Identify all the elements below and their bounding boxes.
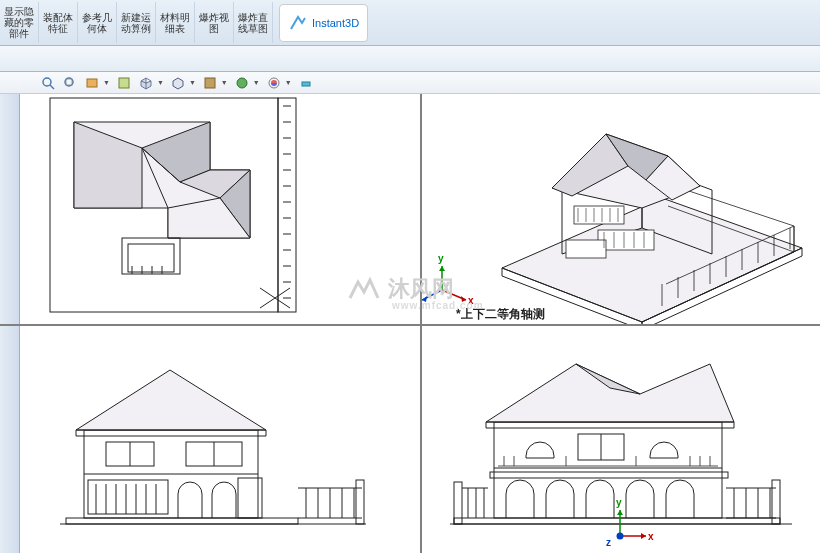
svg-marker-107 [486, 364, 734, 422]
svg-rect-4 [87, 79, 97, 87]
svg-rect-3 [66, 79, 72, 85]
btn-exploded-view[interactable]: 爆炸视 图 [195, 2, 234, 43]
dropdown-arrow-icon[interactable]: ▼ [285, 79, 292, 86]
svg-rect-120 [490, 472, 728, 478]
top-view-drawing [20, 94, 420, 324]
svg-marker-39 [502, 198, 802, 322]
svg-text:z: z [606, 537, 611, 548]
viewport-top[interactable] [20, 94, 420, 324]
svg-line-1 [50, 85, 54, 89]
svg-marker-131 [617, 510, 623, 515]
svg-rect-50 [566, 240, 606, 258]
svg-rect-127 [772, 480, 780, 524]
svg-text:x: x [468, 295, 474, 306]
heads-up-view-toolbar: ▼ ▼ ▼ ▼ ▼ ▼ [0, 72, 820, 94]
side-view-drawing [20, 326, 420, 553]
btn-instant3d[interactable]: Instant3D [279, 4, 368, 42]
btn-show-hidden-components[interactable]: 显示隐 藏的零 部件 [0, 2, 39, 43]
viewport-isometric[interactable]: x y z *上下二等角轴测 [422, 94, 820, 324]
display-style-icon[interactable] [170, 75, 186, 91]
viewport-front[interactable]: x y z [422, 326, 820, 553]
svg-rect-49 [598, 230, 654, 250]
dropdown-arrow-icon[interactable]: ▼ [103, 79, 110, 86]
svg-rect-9 [302, 82, 310, 86]
btn-bom[interactable]: 材料明 细表 [156, 2, 195, 43]
svg-rect-48 [574, 206, 624, 224]
svg-rect-80 [356, 480, 364, 524]
hide-show-icon[interactable] [202, 75, 218, 91]
btn-reference-geometry[interactable]: 参考几 何体 [78, 2, 117, 43]
svg-text:y: y [438, 253, 444, 264]
svg-rect-11 [278, 98, 296, 312]
btn-new-motion-study[interactable]: 新建运 动算例 [117, 2, 156, 43]
svg-marker-84 [76, 430, 266, 436]
svg-point-132 [617, 533, 624, 540]
graphics-area: x y z *上下二等角轴测 [0, 94, 820, 553]
svg-rect-6 [205, 78, 215, 88]
settings-icon[interactable] [298, 75, 314, 91]
section-view-icon[interactable] [116, 75, 132, 91]
viewport-splitter-horizontal[interactable] [0, 324, 820, 326]
zoom-fit-icon[interactable] [40, 75, 56, 91]
svg-marker-65 [439, 266, 445, 271]
front-view-drawing: x y z [422, 326, 820, 553]
svg-text:y: y [616, 497, 622, 508]
iso-view-drawing: x y z [422, 94, 820, 324]
btn3-label: 参考几 何体 [82, 12, 112, 34]
dropdown-arrow-icon[interactable]: ▼ [157, 79, 164, 86]
btn-assembly-features[interactable]: 装配体 特征 [39, 2, 78, 43]
svg-text:x: x [648, 531, 654, 542]
dropdown-arrow-icon[interactable]: ▼ [253, 79, 260, 86]
appearance-icon[interactable] [266, 75, 282, 91]
viewport-label: *上下二等角轴测 [456, 306, 545, 323]
svg-marker-109 [486, 422, 734, 428]
btn2-label: 装配体 特征 [43, 12, 73, 34]
view-orientation-icon[interactable] [138, 75, 154, 91]
instant3d-icon [288, 13, 308, 33]
btn1-label: 显示隐 藏的零 部件 [4, 6, 34, 39]
btn5-label: 材料明 细表 [160, 12, 190, 34]
ribbon-tabs-area [0, 46, 820, 72]
svg-rect-5 [119, 78, 129, 88]
zoom-area-icon[interactable] [62, 75, 78, 91]
viewport-side[interactable] [20, 326, 420, 553]
prev-view-icon[interactable] [84, 75, 100, 91]
btn6-label: 爆炸视 图 [199, 12, 229, 34]
svg-marker-129 [641, 533, 646, 539]
svg-rect-33 [122, 238, 180, 274]
svg-rect-105 [494, 422, 722, 518]
svg-rect-99 [454, 518, 780, 524]
btn4-label: 新建运 动算例 [121, 12, 151, 34]
scene-icon[interactable] [234, 75, 250, 91]
btn-explode-line-sketch[interactable]: 爆炸直 线草图 [234, 2, 273, 43]
svg-marker-83 [76, 370, 266, 430]
dropdown-arrow-icon[interactable]: ▼ [221, 79, 228, 86]
svg-point-7 [237, 78, 247, 88]
svg-point-0 [43, 78, 51, 86]
svg-rect-34 [128, 244, 174, 272]
svg-rect-72 [66, 518, 298, 524]
btn7-label: 爆炸直 线草图 [238, 12, 268, 34]
command-toolbar: 显示隐 藏的零 部件 装配体 特征 参考几 何体 新建运 动算例 材料明 细表 … [0, 0, 820, 46]
instant3d-label: Instant3D [312, 17, 359, 29]
dropdown-arrow-icon[interactable]: ▼ [189, 79, 196, 86]
